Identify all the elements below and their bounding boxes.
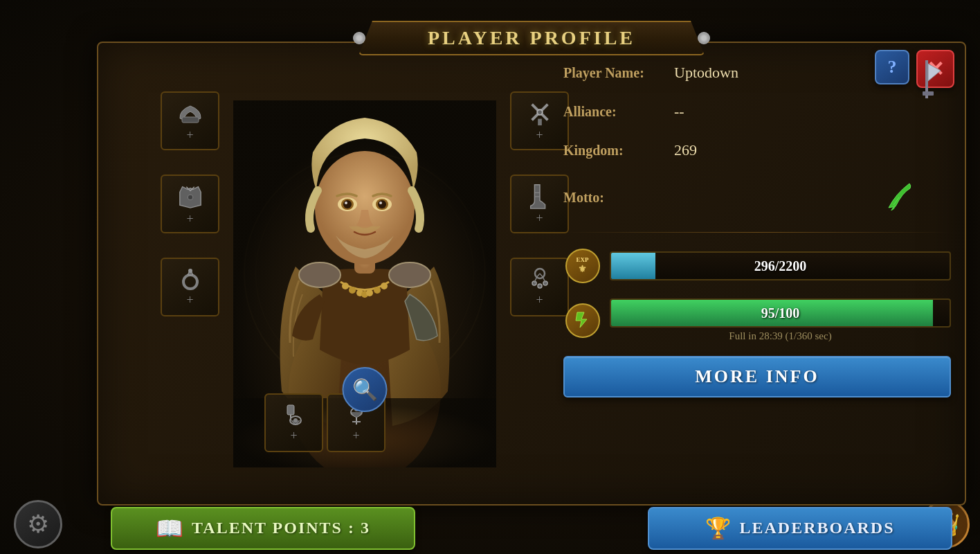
slot-necklace-plus: + <box>536 293 543 307</box>
exp-bar-container: EXP ⚜ 296/2200 <box>563 247 951 285</box>
trophy-icon: 🏆 <box>705 516 731 540</box>
motto-row: Motto: <box>563 180 951 215</box>
slot-ring-plus: + <box>186 293 193 307</box>
player-info-table: Player Name: Uptodown Alliance: -- Kingd… <box>563 64 951 215</box>
alliance-label: Alliance: <box>563 104 674 120</box>
slot-weapon-plus: + <box>536 128 543 143</box>
svg-point-31 <box>389 262 430 287</box>
slot-boots-plus: + <box>536 211 543 226</box>
svg-point-30 <box>299 262 341 287</box>
leaderboards-button[interactable]: 🏆 LEADERBOARDS <box>648 507 952 550</box>
svg-point-46 <box>293 418 298 422</box>
page-title: PLAYER PROFILE <box>428 27 635 49</box>
svg-point-37 <box>345 202 347 204</box>
svg-point-10 <box>188 269 192 273</box>
quill-icon-container <box>885 180 951 215</box>
exp-icon-badge: EXP ⚜ <box>565 249 600 283</box>
magnifier-button[interactable]: 🔍 <box>343 367 388 412</box>
stamina-bar-container: 95/100 Full in 28:39 (1/360 sec) <box>563 298 951 342</box>
quill-icon <box>885 180 916 211</box>
stamina-bar-wrapper: 95/100 Full in 28:39 (1/360 sec) <box>610 298 951 342</box>
leaderboard-text: LEADERBOARDS <box>739 519 894 537</box>
exp-bar-wrapper: 296/2200 <box>610 251 951 280</box>
slot-ring[interactable]: + <box>161 258 219 316</box>
slot-armor[interactable]: + <box>161 175 219 233</box>
exp-label: EXP ⚜ <box>577 257 589 275</box>
talent-text: TALENT POINTS : 3 <box>192 519 370 537</box>
stamina-icon <box>563 301 601 339</box>
svg-point-28 <box>374 287 381 294</box>
svg-rect-6 <box>182 117 199 123</box>
svg-point-24 <box>349 287 356 294</box>
helmet-slot-icon <box>176 99 204 127</box>
stamina-bar-text: 95/100 <box>761 305 800 321</box>
magnifier-icon: 🔍 <box>352 377 378 402</box>
talent-points-button[interactable]: 📖 TALENT POINTS : 3 <box>111 507 415 550</box>
svg-point-27 <box>366 289 373 296</box>
svg-point-8 <box>183 275 197 289</box>
info-panel: Player Name: Uptodown Alliance: -- Kingd… <box>563 57 951 490</box>
settings-button[interactable]: ⚙ <box>14 500 62 548</box>
boots-slot-icon <box>527 182 552 210</box>
svg-point-36 <box>343 200 352 208</box>
exp-text: EXP <box>577 257 589 263</box>
title-gem-right <box>698 32 710 44</box>
exp-bar-fill <box>611 253 655 279</box>
exp-bar-text: 296/2200 <box>754 258 807 274</box>
portrait-area: + + + + <box>140 57 590 490</box>
slot-boots[interactable]: + <box>510 175 569 233</box>
svg-point-29 <box>381 283 388 289</box>
ring-slot-icon <box>178 267 203 292</box>
svg-marker-52 <box>928 64 941 81</box>
bottom-bar: 📖 TALENT POINTS : 3 🏆 LEADERBOARDS <box>97 502 966 554</box>
alliance-row: Alliance: -- <box>563 102 951 120</box>
main-panel: PLAYER PROFILE ? ✕ + + <box>97 42 966 506</box>
title-gem-left <box>353 32 365 44</box>
slot-armor-plus: + <box>186 212 193 226</box>
svg-rect-43 <box>287 405 294 415</box>
slot-helmet-plus: + <box>186 128 193 143</box>
slot-weapon[interactable]: + <box>510 91 569 150</box>
stamina-icon-inner <box>573 310 592 332</box>
svg-point-41 <box>379 202 382 204</box>
banner-flag-icon <box>913 60 944 98</box>
exp-bar-bg: 296/2200 <box>610 251 951 280</box>
svg-rect-53 <box>923 91 934 96</box>
kingdom-row: Kingdom: 269 <box>563 141 951 159</box>
svg-rect-14 <box>538 119 542 126</box>
player-name-value: Uptodown <box>674 64 738 82</box>
slot-helmet[interactable]: + <box>161 91 219 150</box>
character-portrait: 🔍 <box>219 80 510 467</box>
svg-point-7 <box>188 195 193 200</box>
exp-icon: EXP ⚜ <box>563 247 601 285</box>
slot-skill2-plus: + <box>352 429 359 443</box>
armor-slot-icon <box>177 181 203 211</box>
player-name-row: Player Name: Uptodown <box>563 64 951 82</box>
alliance-value: -- <box>674 102 684 120</box>
slot-skill1[interactable]: + <box>264 393 323 452</box>
gear-icon: ⚙ <box>27 510 49 539</box>
svg-point-40 <box>378 200 386 208</box>
necklace-slot-icon <box>527 267 552 292</box>
motto-label: Motto: <box>563 190 674 206</box>
talent-book-icon: 📖 <box>156 515 183 542</box>
slot-skill1-plus: + <box>290 429 297 443</box>
svg-point-19 <box>538 284 542 288</box>
stamina-bar-bg: 95/100 <box>610 298 951 328</box>
stamina-icon-badge <box>565 303 600 338</box>
svg-point-13 <box>537 109 543 115</box>
exp-bar-row: EXP ⚜ 296/2200 <box>563 247 951 285</box>
slot-necklace[interactable]: + <box>510 258 569 316</box>
title-bar: PLAYER PROFILE <box>359 21 705 55</box>
svg-point-33 <box>315 151 415 265</box>
more-info-button[interactable]: MORE INFO <box>563 356 951 397</box>
divider <box>563 232 951 233</box>
weapon-slot-icon <box>527 99 553 127</box>
kingdom-label: Kingdom: <box>563 143 674 159</box>
player-name-label: Player Name: <box>563 65 674 81</box>
exp-wings: ⚜ <box>577 263 589 275</box>
banner-icon <box>913 60 944 98</box>
skill1-icon <box>282 402 307 427</box>
svg-point-23 <box>342 283 349 289</box>
kingdom-value: 269 <box>674 141 697 159</box>
